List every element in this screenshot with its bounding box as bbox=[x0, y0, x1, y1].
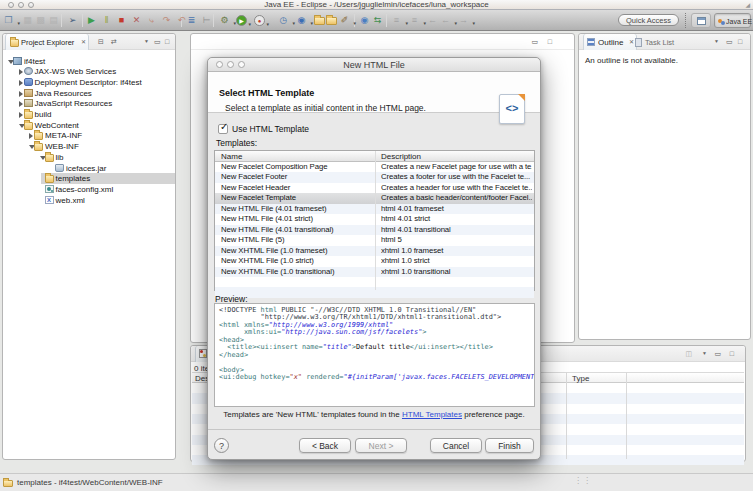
new-wizard-icon[interactable]: ❐▾ bbox=[2, 14, 15, 27]
close-outline-tab-icon[interactable]: ✕ bbox=[629, 38, 634, 45]
suspend-icon[interactable]: ‖ bbox=[100, 14, 113, 27]
markers-col-type[interactable]: Type bbox=[572, 374, 589, 383]
launch-tree-icon[interactable]: ⊢ bbox=[200, 14, 213, 27]
dd-icon bbox=[24, 78, 33, 86]
fullscreen-icon[interactable]: ◢ bbox=[745, 1, 750, 8]
toolbar-separator bbox=[386, 14, 387, 27]
last-edit-icon[interactable]: ≡▾ bbox=[390, 14, 403, 27]
tree-item-lib[interactable]: lib bbox=[3, 152, 175, 163]
jres-icon bbox=[24, 89, 33, 97]
markers-maximize-icon[interactable]: □ bbox=[730, 350, 734, 357]
task-list-tab-icon bbox=[635, 38, 642, 47]
expand-arrow-icon[interactable] bbox=[19, 101, 23, 107]
html-templates-link[interactable]: HTML Templates bbox=[402, 410, 462, 419]
annotate-icon[interactable]: ✐▾ bbox=[338, 14, 351, 27]
status-resize-handle[interactable]: ⋮⋮ bbox=[574, 476, 592, 485]
link-with-editor-icon[interactable]: ⇄ bbox=[111, 38, 117, 46]
col-description[interactable]: Description bbox=[381, 152, 421, 161]
outline-view-menu-icon[interactable]: ▼ bbox=[714, 38, 719, 44]
expand-arrow-icon[interactable] bbox=[19, 69, 23, 75]
tree-item-webcontent[interactable]: WebContent bbox=[3, 120, 175, 131]
web-browser-icon[interactable]: ◉▾ bbox=[295, 14, 308, 27]
tab-project-explorer[interactable]: Project Explorer ✕ bbox=[5, 34, 89, 50]
template-description: Creates a header for use with the Facele… bbox=[381, 183, 532, 193]
status-bar: templates - if4test/WebContent/WEB-INF ⋮… bbox=[0, 473, 753, 491]
run-icon[interactable]: ▶▾ bbox=[236, 15, 247, 26]
new-wizard-clock-icon[interactable]: ◷▾ bbox=[277, 14, 290, 27]
next-button[interactable]: Next > bbox=[355, 438, 407, 453]
forward-history-icon[interactable]: →▾ bbox=[457, 14, 470, 27]
view-menu-icon[interactable]: ▼ bbox=[144, 38, 149, 44]
disconnect-icon[interactable]: ✕ bbox=[130, 14, 143, 27]
console-icon[interactable]: ≣ bbox=[185, 14, 198, 27]
editor-tabstrip: ▭ □ bbox=[191, 34, 574, 50]
back-button[interactable]: < Back bbox=[299, 438, 351, 453]
tree-item-deployment-descriptor-if4test[interactable]: Deployment Descriptor: if4test bbox=[3, 77, 175, 88]
import-folder-icon[interactable] bbox=[326, 17, 337, 25]
skip-breakpoints-icon[interactable]: ➢ bbox=[66, 14, 79, 27]
globe-icon[interactable]: ◉ bbox=[358, 14, 371, 27]
coverage-icon[interactable]: ●▾ bbox=[254, 15, 265, 26]
tree-item-jax-ws-web-services[interactable]: JAX-WS Web Services bbox=[3, 66, 175, 77]
maximize-view-icon[interactable]: □ bbox=[165, 38, 169, 45]
project-explorer-tab-icon bbox=[10, 39, 19, 47]
help-button[interactable]: ? bbox=[214, 438, 229, 453]
markers-minimize-icon[interactable]: ▭ bbox=[714, 350, 721, 358]
task-list-tab-label[interactable]: Task List bbox=[645, 38, 674, 47]
close-tab-icon[interactable]: ✕ bbox=[81, 38, 86, 45]
synchronize-icon[interactable]: ⇆ bbox=[371, 14, 384, 27]
quick-access-button[interactable]: Quick Access bbox=[618, 14, 679, 26]
tree-item-meta-inf[interactable]: META-INF bbox=[3, 130, 175, 141]
resume-icon[interactable]: ▶ bbox=[85, 14, 98, 27]
tab-outline[interactable]: Outline ✕ bbox=[583, 34, 637, 50]
cancel-button[interactable]: Cancel bbox=[430, 438, 482, 453]
tree-item-faces-config-xml[interactable]: faces-config.xml bbox=[3, 184, 175, 195]
tree-item-templates[interactable]: templates bbox=[3, 173, 175, 184]
tree-item-label: build bbox=[35, 109, 52, 120]
use-html-template-checkbox[interactable]: ✓ bbox=[218, 124, 228, 134]
window-title: Java EE - Eclipse - /Users/jguglielmin/i… bbox=[0, 0, 753, 10]
tree-item-java-resources[interactable]: Java Resources bbox=[3, 88, 175, 99]
expand-arrow-icon[interactable] bbox=[19, 80, 23, 86]
save-all-icon[interactable]: ▩ bbox=[34, 14, 47, 27]
pin-editor-icon[interactable]: ≡▾ bbox=[408, 14, 421, 27]
templates-table[interactable]: Name Description New Facelet Composition… bbox=[214, 150, 535, 291]
print-icon[interactable]: ▤ bbox=[47, 14, 60, 27]
tree-item-build[interactable]: build bbox=[3, 109, 175, 120]
maximize-editor-icon[interactable]: □ bbox=[548, 38, 552, 45]
minimize-editor-icon[interactable]: ▭ bbox=[531, 38, 538, 46]
minimize-view-icon[interactable]: ▭ bbox=[154, 38, 161, 46]
tree-item-web-xml[interactable]: Xweb.xml bbox=[3, 195, 175, 206]
template-name: New HTML File (4.01 strict) bbox=[221, 214, 373, 224]
markers-filter-icon[interactable]: ◫ bbox=[685, 350, 692, 358]
javaee-perspective-button[interactable]: Java EE bbox=[714, 13, 751, 28]
expand-arrow-icon[interactable] bbox=[19, 112, 23, 118]
finish-button[interactable]: Finish bbox=[485, 438, 534, 453]
tree-item-web-inf[interactable]: WEB-INF bbox=[3, 141, 175, 152]
status-text: templates - if4test/WebContent/WEB-INF bbox=[17, 478, 163, 487]
outline-header: Outline ✕ Task List ▼ ▭ □ bbox=[579, 34, 750, 50]
terminate-icon[interactable]: ■ bbox=[115, 14, 128, 27]
step-over-icon[interactable]: ↷ bbox=[160, 14, 173, 27]
outline-maximize-icon[interactable]: □ bbox=[738, 38, 742, 45]
step-into-icon[interactable]: ⤷ bbox=[145, 14, 158, 27]
col-name[interactable]: Name bbox=[221, 152, 242, 161]
save-icon[interactable]: ▦ bbox=[21, 14, 34, 27]
folder-icon bbox=[34, 132, 43, 140]
tree-item-icefaces-jar[interactable]: icefaces.jar bbox=[3, 163, 175, 174]
template-description: html 4.01 strict bbox=[381, 214, 532, 224]
tree-item-if4test[interactable]: if4test bbox=[3, 56, 175, 67]
expand-arrow-icon[interactable] bbox=[29, 133, 33, 139]
open-folder-icon[interactable] bbox=[314, 17, 325, 25]
jar-icon bbox=[55, 164, 64, 172]
external-tools-gear-icon[interactable]: ⚙▾ bbox=[218, 14, 231, 27]
markers-view-menu-icon[interactable]: ▼ bbox=[702, 350, 707, 356]
back-history-icon[interactable]: ←▾ bbox=[439, 14, 452, 27]
outline-minimize-icon[interactable]: ▭ bbox=[726, 38, 733, 46]
open-perspective-button[interactable] bbox=[691, 13, 711, 28]
collapse-all-icon[interactable]: ⊟ bbox=[98, 38, 104, 46]
tree-item-javascript-resources[interactable]: JavaScript Resources bbox=[3, 98, 175, 109]
expand-arrow-icon[interactable] bbox=[19, 91, 23, 97]
back-arrow-icon[interactable]: ← bbox=[426, 14, 439, 27]
dialog-footer-note: Templates are 'New HTML' templates found… bbox=[208, 410, 540, 419]
